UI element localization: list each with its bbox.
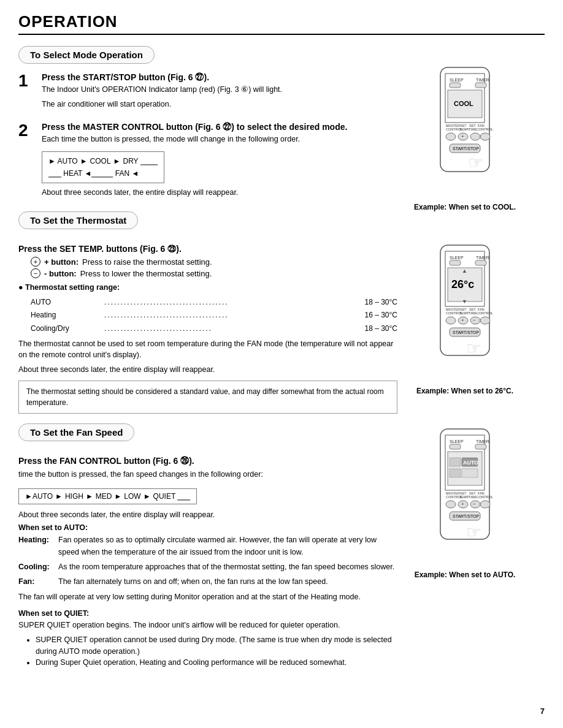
svg-point-76 [480, 501, 490, 508]
svg-text:−: − [473, 317, 476, 323]
svg-text:▼: ▼ [462, 298, 467, 305]
range-title: ● Thermostat setting range: [18, 282, 397, 294]
thermostat-subtitle: Press the SET TEMP. buttons (Fig. 6 ㉓). [18, 244, 397, 254]
select-mode-header: To Select Mode Operation [18, 46, 155, 64]
diagram-column: SLEEP TIMER COOL MASTER CONTROL SET TEMP… [410, 46, 545, 678]
mode-flow-diagram: ► AUTO ► COOL ► DRY ⎯⎯⎯⎯ ⎯⎯⎯ HEAT ◄⎯⎯⎯⎯⎯… [42, 151, 164, 183]
remote-svg-2: SLEEP TIMER 26°c ▲ ▼ MASTER CONTROL SET … [416, 242, 514, 383]
minus-btn-desc: Press to lower the thermostat setting. [80, 269, 212, 278]
svg-text:CONTROL: CONTROL [477, 127, 493, 131]
thermostat-section: To Set the Thermostat Press the SET TEMP… [18, 211, 397, 414]
svg-text:TIME: TIME [469, 495, 477, 499]
plus-btn-icon: + [31, 257, 40, 267]
step-1: 1 Press the START/STOP button (Fig. 6 ㉗)… [18, 72, 397, 113]
svg-rect-60 [450, 458, 461, 466]
step-1-body: The Indoor Unit's OPERATION Indicator la… [42, 84, 282, 110]
svg-rect-56 [475, 444, 486, 449]
step-2: 2 Press the MASTER CONTROL button (Fig. … [18, 122, 397, 202]
svg-text:TIMER: TIMER [476, 78, 489, 82]
fan-note: The thermostat cannot be used to set roo… [18, 338, 397, 362]
remote-diagram-2: SLEEP TIMER 26°c ▲ ▼ MASTER CONTROL SET … [410, 242, 520, 395]
svg-text:SLEEP: SLEEP [450, 78, 464, 82]
remote-svg-1: SLEEP TIMER COOL MASTER CONTROL SET TEMP… [416, 64, 514, 199]
when-auto-title: When set to AUTO: [18, 523, 397, 532]
heating-row: Heating: Fan operates so as to optimally… [18, 534, 397, 558]
fan-speed-flow: ►AUTO ► HIGH ► MED ► LOW ► QUIET ⎯⎯⎯ [18, 488, 197, 504]
svg-text:☞: ☞ [466, 523, 481, 542]
quiet-bullet-1: SUPER QUIET operation cannot be used dur… [36, 634, 397, 658]
svg-rect-61 [450, 469, 461, 477]
thermostat-after: About three seconds later, the entire di… [18, 364, 397, 376]
quiet-bullets: SUPER QUIET operation cannot be used dur… [25, 634, 397, 669]
plus-btn-label: + button: [44, 257, 79, 267]
svg-point-47 [480, 317, 490, 324]
svg-rect-28 [450, 260, 461, 265]
svg-text:26°c: 26°c [451, 278, 474, 290]
step-2-title: Press the MASTER CONTROL button (Fig. 6 … [42, 122, 347, 132]
step-1-number: 1 [18, 72, 36, 113]
when-quiet-title: When set to QUIET: [18, 609, 397, 618]
remote-svg-3: SLEEP TIMER AUTO MASTER CONTROL SET TEMP… [416, 426, 514, 567]
svg-text:☞: ☞ [466, 339, 481, 358]
svg-text:TIME: TIME [469, 311, 477, 315]
svg-text:SLEEP: SLEEP [450, 256, 464, 260]
svg-point-20 [480, 133, 490, 140]
svg-text:COOL: COOL [454, 100, 473, 107]
range-auto: AUTO ...................................… [31, 296, 397, 309]
svg-rect-5 [475, 83, 486, 88]
note-box: The thermostat setting should be conside… [18, 381, 397, 414]
fan-speed-after: About three seconds later, the entire di… [18, 509, 397, 521]
svg-text:SLEEP: SLEEP [450, 439, 464, 444]
svg-text:AUTO: AUTO [463, 460, 478, 466]
fan-row: Fan: The fan alternately turns on and of… [18, 575, 397, 588]
svg-text:START/STOP: START/STOP [453, 146, 480, 151]
svg-text:+: + [461, 501, 464, 507]
range-heating: Heating ................................… [31, 309, 397, 322]
remote-diagram-3: SLEEP TIMER AUTO MASTER CONTROL SET TEMP… [410, 426, 520, 579]
svg-text:TIMER: TIMER [476, 439, 489, 444]
svg-point-71 [446, 501, 456, 508]
svg-text:START/STOP: START/STOP [453, 514, 480, 518]
range-table: AUTO ...................................… [31, 296, 397, 336]
svg-point-16 [446, 133, 456, 140]
svg-text:CONTROL: CONTROL [477, 495, 493, 499]
main-layout: To Select Mode Operation 1 Press the STA… [18, 46, 545, 678]
svg-rect-57 [448, 452, 482, 485]
thermostat-range-section: ● Thermostat setting range: AUTO .......… [18, 282, 397, 336]
svg-text:+: + [461, 317, 464, 323]
svg-text:+: + [461, 134, 464, 139]
svg-text:CONTROL: CONTROL [477, 311, 493, 315]
range-cooling: Cooling/Dry ............................… [31, 322, 397, 336]
svg-text:−: − [473, 501, 476, 507]
svg-text:▲: ▲ [462, 268, 467, 274]
fan-speed-section: To Set the Fan Speed Press the FAN CONTR… [18, 423, 397, 669]
quiet-bullet-2: During Super Quiet operation, Heating an… [36, 657, 397, 669]
example-3-label: Example: When set to AUTO. [415, 571, 516, 579]
content-column: To Select Mode Operation 1 Press the STA… [18, 46, 410, 678]
step-2-number: 2 [18, 122, 36, 202]
thermostat-header: To Set the Thermostat [18, 211, 138, 229]
page-title: OPERATION [18, 12, 545, 31]
quiet-text: SUPER QUIET operation begins. The indoor… [18, 620, 397, 631]
svg-text:START/STOP: START/STOP [453, 330, 480, 335]
minus-btn-icon: − [31, 268, 40, 278]
page-number: 7 [540, 707, 545, 716]
example-2-label: Example: When set to 26°C. [416, 387, 513, 395]
svg-rect-62 [462, 469, 478, 477]
select-mode-section: To Select Mode Operation 1 Press the STA… [18, 46, 397, 202]
when-auto-block: When set to AUTO: Heating: Fan operates … [18, 523, 397, 603]
minus-btn-label: - button: [44, 269, 77, 278]
svg-text:TIMER: TIMER [476, 256, 489, 260]
remote-diagram-1: SLEEP TIMER COOL MASTER CONTROL SET TEMP… [410, 64, 520, 211]
fan-speed-intro: time the button is pressed, the fan spee… [18, 469, 397, 480]
page-header: OPERATION [18, 12, 545, 35]
svg-rect-4 [450, 83, 461, 88]
svg-point-42 [446, 317, 456, 324]
svg-rect-55 [450, 444, 461, 449]
cooling-row: Cooling: As the room temperature approac… [18, 561, 397, 573]
plus-btn-desc: Press to raise the thermostat setting. [82, 257, 212, 267]
when-quiet-block: When set to QUIET: SUPER QUIET operation… [18, 609, 397, 669]
fan-extra: The fan will operate at very low setting… [18, 591, 397, 603]
fan-speed-subtitle: Press the FAN CONTROL button (Fig. 6 ㉖). [18, 456, 397, 466]
step-2-body: Each time the button is pressed, the mod… [42, 134, 347, 199]
